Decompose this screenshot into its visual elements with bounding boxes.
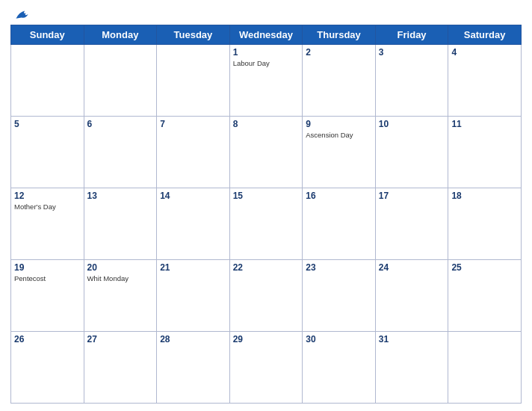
day-number: 7 bbox=[160, 119, 226, 129]
calendar-cell bbox=[84, 45, 157, 117]
weekday-header-wednesday: Wednesday bbox=[229, 25, 303, 45]
day-number: 6 bbox=[87, 119, 154, 129]
calendar-cell: 28 bbox=[157, 332, 230, 404]
calendar-tbody: 1Labour Day23456789Ascension Day101112Mo… bbox=[11, 45, 522, 404]
calendar-cell: 23 bbox=[303, 260, 376, 332]
weekday-header-sunday: Sunday bbox=[11, 25, 84, 45]
weekday-header-monday: Monday bbox=[84, 25, 157, 45]
calendar-cell: 8 bbox=[229, 117, 303, 188]
holiday-name: Ascension Day bbox=[306, 131, 372, 139]
logo-text bbox=[10, 7, 31, 21]
header-row bbox=[10, 7, 522, 22]
calendar-cell: 19Pentecost bbox=[11, 260, 84, 332]
logo-bird-icon bbox=[15, 7, 31, 21]
calendar-cell: 27 bbox=[84, 332, 157, 404]
calendar-cell: 26 bbox=[11, 332, 84, 404]
day-number: 30 bbox=[306, 334, 372, 344]
weekday-header-row: SundayMondayTuesdayWednesdayThursdayFrid… bbox=[11, 25, 522, 45]
calendar-cell: 10 bbox=[375, 117, 448, 188]
day-number: 5 bbox=[14, 119, 81, 129]
day-number: 20 bbox=[87, 262, 154, 273]
day-number: 29 bbox=[233, 334, 300, 344]
day-number: 25 bbox=[451, 262, 518, 273]
calendar-cell: 22 bbox=[229, 260, 303, 332]
calendar-week-row: 56789Ascension Day1011 bbox=[11, 117, 522, 188]
calendar-cell: 20Whit Monday bbox=[84, 260, 157, 332]
day-number: 13 bbox=[87, 191, 154, 201]
calendar-cell: 5 bbox=[11, 117, 84, 188]
calendar-cell: 14 bbox=[157, 188, 230, 260]
day-number: 21 bbox=[160, 262, 226, 273]
day-number: 4 bbox=[451, 47, 518, 58]
day-number: 28 bbox=[160, 334, 226, 344]
day-number: 26 bbox=[14, 334, 81, 344]
weekday-header-friday: Friday bbox=[375, 25, 448, 45]
calendar-week-row: 262728293031 bbox=[11, 332, 522, 404]
day-number: 11 bbox=[451, 119, 518, 129]
calendar-cell: 21 bbox=[157, 260, 230, 332]
day-number: 1 bbox=[233, 47, 300, 58]
calendar-cell: 4 bbox=[448, 45, 522, 117]
calendar-cell: 6 bbox=[84, 117, 157, 188]
logo-area bbox=[10, 7, 31, 22]
day-number: 24 bbox=[379, 262, 445, 273]
calendar-cell: 30 bbox=[303, 332, 376, 404]
calendar-cell: 31 bbox=[375, 332, 448, 404]
calendar-cell: 15 bbox=[229, 188, 303, 260]
weekday-header-thursday: Thursday bbox=[303, 25, 376, 45]
holiday-name: Mother's Day bbox=[14, 203, 81, 211]
weekday-header-tuesday: Tuesday bbox=[157, 25, 230, 45]
day-number: 18 bbox=[451, 191, 518, 201]
calendar-cell: 18 bbox=[448, 188, 522, 260]
calendar-week-row: 1Labour Day234 bbox=[11, 45, 522, 117]
day-number: 10 bbox=[379, 119, 445, 129]
calendar-cell: 24 bbox=[375, 260, 448, 332]
calendar-cell: 1Labour Day bbox=[229, 45, 303, 117]
day-number: 15 bbox=[233, 191, 300, 201]
calendar-cell: 17 bbox=[375, 188, 448, 260]
day-number: 8 bbox=[233, 119, 300, 129]
calendar-week-row: 12Mother's Day131415161718 bbox=[11, 188, 522, 260]
day-number: 2 bbox=[306, 47, 372, 58]
calendar-wrapper: SundayMondayTuesdayWednesdayThursdayFrid… bbox=[0, 0, 532, 411]
weekday-header-saturday: Saturday bbox=[448, 25, 522, 45]
day-number: 3 bbox=[379, 47, 445, 58]
calendar-cell: 2 bbox=[303, 45, 376, 117]
calendar-cell: 3 bbox=[375, 45, 448, 117]
holiday-name: Whit Monday bbox=[87, 274, 154, 282]
calendar-cell: 25 bbox=[448, 260, 522, 332]
calendar-cell: 29 bbox=[229, 332, 303, 404]
calendar-cell: 9Ascension Day bbox=[303, 117, 376, 188]
calendar-cell bbox=[448, 332, 522, 404]
calendar-week-row: 19Pentecost20Whit Monday2122232425 bbox=[11, 260, 522, 332]
holiday-name: Pentecost bbox=[14, 274, 81, 282]
holiday-name: Labour Day bbox=[233, 59, 300, 67]
day-number: 27 bbox=[87, 334, 154, 344]
calendar-cell: 11 bbox=[448, 117, 522, 188]
day-number: 17 bbox=[379, 191, 445, 201]
day-number: 14 bbox=[160, 191, 226, 201]
day-number: 23 bbox=[306, 262, 372, 273]
day-number: 16 bbox=[306, 191, 372, 201]
calendar-cell: 16 bbox=[303, 188, 376, 260]
day-number: 19 bbox=[14, 262, 81, 273]
day-number: 9 bbox=[306, 119, 372, 129]
calendar-cell: 7 bbox=[157, 117, 230, 188]
calendar-cell bbox=[157, 45, 230, 117]
calendar-cell: 12Mother's Day bbox=[11, 188, 84, 260]
calendar-cell: 13 bbox=[84, 188, 157, 260]
calendar-cell bbox=[11, 45, 84, 117]
calendar-thead: SundayMondayTuesdayWednesdayThursdayFrid… bbox=[11, 25, 522, 45]
calendar-table: SundayMondayTuesdayWednesdayThursdayFrid… bbox=[10, 25, 522, 404]
day-number: 12 bbox=[14, 191, 81, 201]
country-label bbox=[462, 7, 522, 9]
day-number: 22 bbox=[233, 262, 300, 273]
day-number: 31 bbox=[379, 334, 445, 344]
